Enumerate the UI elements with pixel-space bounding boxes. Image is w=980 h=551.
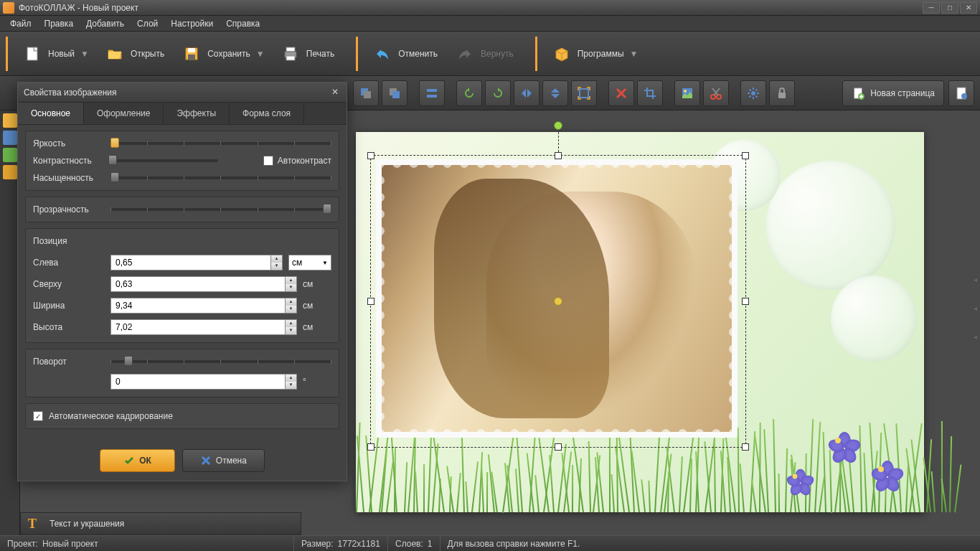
replace-button[interactable] <box>674 80 700 106</box>
undo-icon <box>371 42 394 65</box>
rotate-right-button[interactable] <box>485 80 511 106</box>
fit-button[interactable] <box>571 80 597 106</box>
menu-edit[interactable]: Правка <box>39 17 80 30</box>
opacity-slider[interactable]: document.write(Array.from({length:7},(_,… <box>110 208 331 211</box>
page-add-icon <box>852 87 864 100</box>
rotation-label: Поворот <box>33 357 105 367</box>
photo-layer[interactable] <box>376 159 738 438</box>
dialog-close-button[interactable]: ✕ <box>329 87 341 98</box>
layers-label: Слоев: <box>395 539 423 549</box>
svg-rect-10 <box>392 91 400 98</box>
undo-button[interactable]: Отменить <box>364 39 445 68</box>
size-value: 1772x1181 <box>338 539 380 549</box>
chevron-down-icon: ▼ <box>80 49 88 59</box>
svg-rect-2 <box>188 48 195 52</box>
close-button[interactable]: ✕ <box>960 2 977 14</box>
svg-rect-0 <box>27 47 37 60</box>
scroll-indicator[interactable]: ◂ <box>974 276 977 283</box>
svg-rect-19 <box>778 93 786 98</box>
saturation-slider[interactable]: document.write(Array.from({length:7},(_,… <box>110 176 331 179</box>
layer-down-button[interactable] <box>353 80 379 106</box>
save-button[interactable]: Сохранить▼ <box>173 39 270 68</box>
maximize-button[interactable]: □ <box>941 2 958 14</box>
svg-rect-13 <box>580 89 588 98</box>
new-file-icon <box>21 42 44 65</box>
unit-select[interactable]: см▼ <box>288 255 331 270</box>
smiley-icon[interactable] <box>3 165 17 179</box>
tab-decoration[interactable]: Оформление <box>84 103 164 124</box>
print-icon <box>279 42 302 65</box>
align-button[interactable] <box>419 80 445 106</box>
svg-rect-4 <box>286 47 295 52</box>
folder-open-icon <box>103 42 126 65</box>
height-input[interactable]: ▲▼ <box>110 319 297 335</box>
menu-help[interactable]: Справка <box>220 17 265 30</box>
canvas[interactable]: document.write(Array.from({length:120},(… <box>356 132 924 512</box>
check-icon <box>123 455 135 466</box>
tab-main[interactable]: Основное <box>18 103 84 124</box>
menubar: Файл Правка Добавить Слой Настройки Спра… <box>0 16 980 32</box>
tab-layer-shape[interactable]: Форма слоя <box>230 103 304 124</box>
top-input[interactable]: ▲▼ <box>110 276 297 292</box>
lock-button[interactable] <box>769 80 795 106</box>
brightness-slider[interactable]: document.write(Array.from({length:7},(_,… <box>110 142 331 145</box>
menu-file[interactable]: Файл <box>4 17 37 30</box>
crop-button[interactable] <box>637 80 663 106</box>
flip-horizontal-button[interactable] <box>514 80 540 106</box>
left-label: Слева <box>33 258 105 268</box>
layers-value: 1 <box>428 539 433 549</box>
new-page-button[interactable]: Новая страница <box>842 80 944 106</box>
brightness-label: Яркость <box>33 138 105 149</box>
app-icon <box>3 2 14 14</box>
autocontrast-checkbox[interactable] <box>263 156 273 166</box>
contrast-slider[interactable] <box>110 159 218 162</box>
new-button[interactable]: Новый▼ <box>14 39 95 68</box>
menu-layer[interactable]: Слой <box>131 17 164 30</box>
flip-vertical-button[interactable] <box>542 80 568 106</box>
globe-icon[interactable] <box>3 148 17 162</box>
rotation-slider[interactable]: document.write(Array.from({length:7},(_,… <box>110 360 331 363</box>
size-label: Размер: <box>301 539 334 549</box>
text-decorations-panel[interactable]: T Текст и украшения <box>20 512 301 535</box>
image-icon[interactable] <box>3 131 17 145</box>
dialog-titlebar[interactable]: Свойства изображения ✕ <box>18 83 347 103</box>
window-title: ФотоКОЛЛАЖ - Новый проект <box>19 3 923 13</box>
menu-add[interactable]: Добавить <box>80 17 130 30</box>
scroll-indicator[interactable]: ◂ <box>974 333 977 341</box>
layer-up-button[interactable] <box>382 80 407 106</box>
width-input[interactable]: ▲▼ <box>110 298 297 314</box>
saturation-label: Насыщенность <box>33 173 105 183</box>
ok-button[interactable]: ОК <box>100 449 175 472</box>
autocrop-checkbox[interactable]: ✓ <box>33 411 43 421</box>
delete-button[interactable] <box>608 80 634 106</box>
redo-icon <box>453 42 476 65</box>
box-icon <box>550 42 573 65</box>
height-label: Высота <box>33 322 105 332</box>
cancel-button[interactable]: Отмена <box>182 449 265 472</box>
left-input[interactable]: ▲▼ <box>110 255 283 270</box>
project-name: Новый проект <box>42 539 98 549</box>
star-icon[interactable] <box>3 113 17 128</box>
rotation-input[interactable]: ▲▼ <box>110 374 297 390</box>
svg-rect-8 <box>364 91 371 98</box>
rotate-left-button[interactable] <box>456 80 482 106</box>
tab-effects[interactable]: Эффекты <box>164 103 230 124</box>
open-button[interactable]: Открыть <box>96 39 171 68</box>
svg-rect-6 <box>286 56 295 60</box>
page-settings-button[interactable] <box>948 80 974 106</box>
redo-button[interactable]: Вернуть <box>446 39 521 68</box>
chevron-down-icon: ▼ <box>630 49 637 59</box>
rotation-handle[interactable] <box>554 121 562 130</box>
scroll-indicator[interactable]: ◂ <box>974 304 977 312</box>
save-icon <box>180 42 203 65</box>
text-icon: T <box>28 517 42 531</box>
svg-point-18 <box>751 91 755 95</box>
cut-button[interactable] <box>703 80 729 106</box>
settings-button[interactable] <box>740 80 766 106</box>
programs-button[interactable]: Программы▼ <box>543 39 644 68</box>
minimize-button[interactable]: ─ <box>923 2 940 14</box>
menu-settings[interactable]: Настройки <box>165 17 219 30</box>
svg-rect-11 <box>427 89 437 92</box>
svg-point-23 <box>961 93 967 99</box>
print-button[interactable]: Печать <box>272 39 341 68</box>
